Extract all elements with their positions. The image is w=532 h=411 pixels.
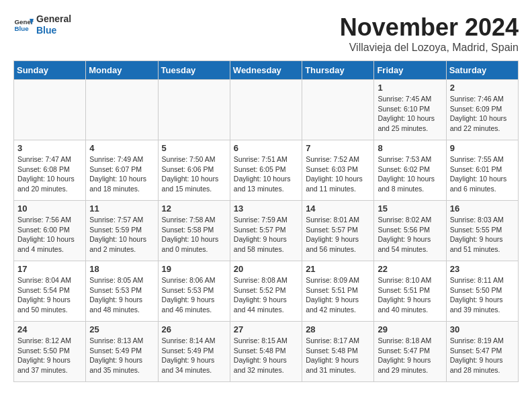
day-info: Sunrise: 7:49 AM Sunset: 6:07 PM Dayligh… xyxy=(89,154,154,194)
day-cell: 15Sunrise: 8:02 AM Sunset: 5:56 PM Dayli… xyxy=(374,201,446,261)
day-number: 28 xyxy=(306,324,370,334)
day-cell: 13Sunrise: 7:59 AM Sunset: 5:57 PM Dayli… xyxy=(230,201,302,261)
day-number: 3 xyxy=(17,143,82,153)
day-cell: 10Sunrise: 7:56 AM Sunset: 6:00 PM Dayli… xyxy=(14,201,86,261)
day-number: 24 xyxy=(17,324,82,334)
week-row-4: 24Sunrise: 8:12 AM Sunset: 5:50 PM Dayli… xyxy=(14,322,519,382)
logo-text: General Blue xyxy=(36,13,71,36)
day-number: 5 xyxy=(162,143,226,153)
week-row-0: 1Sunrise: 7:45 AM Sunset: 6:10 PM Daylig… xyxy=(14,80,519,140)
calendar-table: SundayMondayTuesdayWednesdayThursdayFrid… xyxy=(13,60,519,382)
header-tuesday: Tuesday xyxy=(158,61,230,80)
day-cell: 25Sunrise: 8:13 AM Sunset: 5:49 PM Dayli… xyxy=(86,322,158,382)
day-cell: 5Sunrise: 7:50 AM Sunset: 6:06 PM Daylig… xyxy=(158,140,230,201)
svg-text:Blue: Blue xyxy=(15,25,30,32)
day-number: 2 xyxy=(450,83,515,93)
day-info: Sunrise: 7:46 AM Sunset: 6:09 PM Dayligh… xyxy=(450,94,515,134)
day-info: Sunrise: 8:15 AM Sunset: 5:48 PM Dayligh… xyxy=(234,336,298,375)
day-cell xyxy=(14,80,86,140)
day-number: 26 xyxy=(162,324,226,334)
day-number: 19 xyxy=(162,264,226,274)
day-cell: 4Sunrise: 7:49 AM Sunset: 6:07 PM Daylig… xyxy=(86,140,158,201)
day-number: 16 xyxy=(450,203,515,214)
day-info: Sunrise: 7:53 AM Sunset: 6:02 PM Dayligh… xyxy=(378,154,442,194)
header: General Blue General Blue November 2024 … xyxy=(13,13,519,54)
day-info: Sunrise: 8:08 AM Sunset: 5:52 PM Dayligh… xyxy=(234,275,298,315)
day-info: Sunrise: 7:52 AM Sunset: 6:03 PM Dayligh… xyxy=(306,154,370,194)
day-cell: 26Sunrise: 8:14 AM Sunset: 5:49 PM Dayli… xyxy=(158,322,230,382)
day-info: Sunrise: 8:09 AM Sunset: 5:51 PM Dayligh… xyxy=(306,275,370,315)
day-number: 13 xyxy=(234,203,298,214)
day-number: 25 xyxy=(89,324,154,334)
logo-icon: General Blue xyxy=(13,15,34,35)
day-number: 15 xyxy=(378,203,442,214)
day-info: Sunrise: 8:18 AM Sunset: 5:47 PM Dayligh… xyxy=(378,336,442,375)
day-number: 29 xyxy=(378,324,442,334)
logo-general: General xyxy=(36,13,71,25)
day-cell: 3Sunrise: 7:47 AM Sunset: 6:08 PM Daylig… xyxy=(14,140,86,201)
day-cell: 22Sunrise: 8:10 AM Sunset: 5:51 PM Dayli… xyxy=(374,261,446,322)
day-info: Sunrise: 7:45 AM Sunset: 6:10 PM Dayligh… xyxy=(378,94,442,134)
day-number: 30 xyxy=(450,324,515,334)
day-number: 10 xyxy=(17,203,82,214)
day-number: 6 xyxy=(234,143,298,153)
day-cell: 24Sunrise: 8:12 AM Sunset: 5:50 PM Dayli… xyxy=(14,322,86,382)
day-info: Sunrise: 8:19 AM Sunset: 5:47 PM Dayligh… xyxy=(450,336,515,375)
header-monday: Monday xyxy=(86,61,158,80)
day-cell: 20Sunrise: 8:08 AM Sunset: 5:52 PM Dayli… xyxy=(230,261,302,322)
week-row-1: 3Sunrise: 7:47 AM Sunset: 6:08 PM Daylig… xyxy=(14,140,519,201)
day-cell: 9Sunrise: 7:55 AM Sunset: 6:01 PM Daylig… xyxy=(446,140,518,201)
day-number: 14 xyxy=(306,203,370,214)
day-cell: 18Sunrise: 8:05 AM Sunset: 5:53 PM Dayli… xyxy=(86,261,158,322)
day-number: 9 xyxy=(450,143,515,153)
day-info: Sunrise: 8:13 AM Sunset: 5:49 PM Dayligh… xyxy=(89,336,154,375)
logo-blue: Blue xyxy=(36,25,71,36)
week-row-3: 17Sunrise: 8:04 AM Sunset: 5:54 PM Dayli… xyxy=(14,261,519,322)
day-info: Sunrise: 7:57 AM Sunset: 5:59 PM Dayligh… xyxy=(89,215,154,255)
day-number: 22 xyxy=(378,264,442,274)
day-number: 23 xyxy=(450,264,515,274)
day-info: Sunrise: 8:01 AM Sunset: 5:57 PM Dayligh… xyxy=(306,215,370,255)
title-block: November 2024 Villavieja del Lozoya, Mad… xyxy=(340,13,519,54)
day-number: 4 xyxy=(89,143,154,153)
day-info: Sunrise: 7:58 AM Sunset: 5:58 PM Dayligh… xyxy=(162,215,226,255)
header-saturday: Saturday xyxy=(446,61,518,80)
day-cell: 21Sunrise: 8:09 AM Sunset: 5:51 PM Dayli… xyxy=(302,261,374,322)
day-info: Sunrise: 8:05 AM Sunset: 5:53 PM Dayligh… xyxy=(89,275,154,315)
day-info: Sunrise: 8:17 AM Sunset: 5:48 PM Dayligh… xyxy=(306,336,370,375)
day-number: 17 xyxy=(17,264,82,274)
day-info: Sunrise: 8:12 AM Sunset: 5:50 PM Dayligh… xyxy=(17,336,82,375)
month-title: November 2024 xyxy=(340,13,519,42)
day-cell: 12Sunrise: 7:58 AM Sunset: 5:58 PM Dayli… xyxy=(158,201,230,261)
day-info: Sunrise: 8:11 AM Sunset: 5:50 PM Dayligh… xyxy=(450,275,515,315)
day-info: Sunrise: 8:02 AM Sunset: 5:56 PM Dayligh… xyxy=(378,215,442,255)
day-cell: 28Sunrise: 8:17 AM Sunset: 5:48 PM Dayli… xyxy=(302,322,374,382)
day-number: 20 xyxy=(234,264,298,274)
day-cell: 1Sunrise: 7:45 AM Sunset: 6:10 PM Daylig… xyxy=(374,80,446,140)
day-cell: 29Sunrise: 8:18 AM Sunset: 5:47 PM Dayli… xyxy=(374,322,446,382)
day-number: 18 xyxy=(89,264,154,274)
day-cell: 19Sunrise: 8:06 AM Sunset: 5:53 PM Dayli… xyxy=(158,261,230,322)
day-number: 12 xyxy=(162,203,226,214)
location: Villavieja del Lozoya, Madrid, Spain xyxy=(340,42,519,54)
week-row-2: 10Sunrise: 7:56 AM Sunset: 6:00 PM Dayli… xyxy=(14,201,519,261)
header-sunday: Sunday xyxy=(14,61,86,80)
day-number: 21 xyxy=(306,264,370,274)
day-info: Sunrise: 7:55 AM Sunset: 6:01 PM Dayligh… xyxy=(450,154,515,194)
day-cell xyxy=(230,80,302,140)
day-cell: 11Sunrise: 7:57 AM Sunset: 5:59 PM Dayli… xyxy=(86,201,158,261)
day-number: 8 xyxy=(378,143,442,153)
day-cell: 30Sunrise: 8:19 AM Sunset: 5:47 PM Dayli… xyxy=(446,322,518,382)
day-cell: 8Sunrise: 7:53 AM Sunset: 6:02 PM Daylig… xyxy=(374,140,446,201)
day-info: Sunrise: 7:56 AM Sunset: 6:00 PM Dayligh… xyxy=(17,215,82,255)
header-row: SundayMondayTuesdayWednesdayThursdayFrid… xyxy=(14,61,519,80)
day-info: Sunrise: 7:47 AM Sunset: 6:08 PM Dayligh… xyxy=(17,154,82,194)
day-cell: 23Sunrise: 8:11 AM Sunset: 5:50 PM Dayli… xyxy=(446,261,518,322)
day-cell: 17Sunrise: 8:04 AM Sunset: 5:54 PM Dayli… xyxy=(14,261,86,322)
header-thursday: Thursday xyxy=(302,61,374,80)
day-info: Sunrise: 8:06 AM Sunset: 5:53 PM Dayligh… xyxy=(162,275,226,315)
day-number: 7 xyxy=(306,143,370,153)
day-cell: 14Sunrise: 8:01 AM Sunset: 5:57 PM Dayli… xyxy=(302,201,374,261)
day-cell xyxy=(86,80,158,140)
day-info: Sunrise: 8:03 AM Sunset: 5:55 PM Dayligh… xyxy=(450,215,515,255)
